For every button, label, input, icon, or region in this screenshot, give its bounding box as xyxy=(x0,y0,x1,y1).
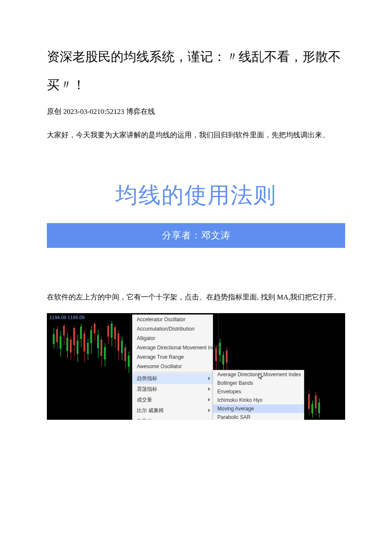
submenu-item[interactable]: Bollinger Bands xyxy=(213,379,304,387)
chevron-right-icon xyxy=(208,419,210,420)
chevron-right-icon xyxy=(208,377,210,380)
article-title: 资深老股民的均线系统，谨记：〃线乱不看，形散不买〃！ xyxy=(47,43,345,99)
menu-item[interactable]: 比尔 威廉姆 xyxy=(133,405,213,416)
share-author-bar: 分享者：邓文涛 xyxy=(47,223,345,248)
menu-item[interactable]: Accelerator Oscillator xyxy=(133,315,213,324)
menu-item[interactable]: 自定义 xyxy=(133,416,213,420)
submenu-item[interactable]: Envelopes xyxy=(213,387,304,396)
trend-submenu[interactable]: Average Directional Movement Index Bolli… xyxy=(213,370,304,420)
submenu-item-moving-average[interactable]: Moving Average xyxy=(213,404,304,413)
menu-item[interactable]: Average Directional Movement Index xyxy=(133,343,213,352)
article-meta: 原创 2023-03-0210:52123 博弈在线 xyxy=(47,107,345,116)
submenu-item[interactable]: Parabolic SAR xyxy=(213,413,304,420)
menu-item[interactable]: Awesome Oscillator xyxy=(133,362,213,371)
trading-software-screenshot: 1194.08 1195.09 Accelerator Oscillator A… xyxy=(47,313,345,420)
menu-item[interactable]: Accumulation/Distribution xyxy=(133,324,213,334)
menu-item[interactable]: 震荡指标 xyxy=(133,384,213,395)
paragraph-instructions: 在软件的左上方的中间，它有一个十字架，点击。在趋势指标里面, 找到 MA,我们把… xyxy=(47,291,345,304)
section-heading: 均线的使用法则 xyxy=(47,180,345,210)
menu-item[interactable]: 成交量 xyxy=(133,395,213,405)
chevron-right-icon xyxy=(208,398,210,401)
menu-item-trend[interactable]: 趋势指标 xyxy=(133,373,213,384)
menu-item[interactable]: Alligator xyxy=(133,334,213,343)
chevron-right-icon xyxy=(208,409,210,412)
price-readout: 1194.08 1195.09 xyxy=(49,315,85,320)
chevron-right-icon xyxy=(208,387,210,391)
paragraph-intro: 大家好，今天我要为大家讲解的是均线的运用，我们回归到软件里面，先把均线调出来。 xyxy=(47,128,345,142)
indicator-menu[interactable]: Accelerator Oscillator Accumulation/Dist… xyxy=(132,314,213,420)
menu-item[interactable]: Average True Range xyxy=(133,352,213,362)
submenu-item[interactable]: Ichimoku Kinko Hyo xyxy=(213,396,304,404)
